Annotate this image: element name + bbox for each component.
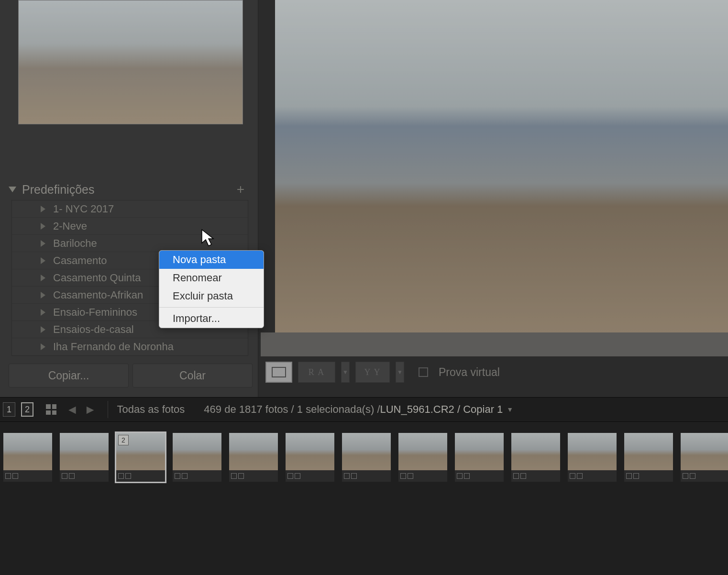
preset-folder[interactable]: 1- NYC 2017 xyxy=(12,200,248,218)
filmstrip-thumb[interactable] xyxy=(566,431,618,483)
copy-button[interactable]: Copiar... xyxy=(9,364,129,387)
filmstrip-thumb[interactable] xyxy=(2,431,54,483)
source-label[interactable]: Todas as fotos xyxy=(117,403,185,416)
display-1-label: 1 xyxy=(7,405,11,415)
menu-label: Excluir pasta xyxy=(173,290,233,302)
expand-icon[interactable] xyxy=(41,240,45,247)
filmstrip-thumb-selected[interactable]: 2 xyxy=(115,431,166,483)
preset-label: Bariloche xyxy=(53,237,97,250)
filmstrip-thumb[interactable] xyxy=(397,431,449,483)
expand-icon[interactable] xyxy=(41,326,45,333)
preset-label: 1- NYC 2017 xyxy=(53,203,114,215)
filmstrip-thumb[interactable] xyxy=(679,431,728,483)
expand-icon[interactable] xyxy=(41,223,45,230)
left-panel: Predefinições + 1- NYC 2017 2-Neve Baril… xyxy=(0,0,258,397)
expand-icon[interactable] xyxy=(41,343,45,350)
filmstrip-thumb[interactable] xyxy=(453,431,505,483)
preset-folder[interactable]: 2-Neve xyxy=(12,218,248,235)
canvas-background xyxy=(261,332,728,356)
separator xyxy=(108,401,108,418)
compare-before-after-button[interactable]: R A xyxy=(298,362,335,383)
collapse-triangle-icon[interactable] xyxy=(9,187,16,192)
filmstrip-thumb[interactable] xyxy=(341,431,392,483)
compare-yy-dropdown[interactable]: ▼ xyxy=(396,362,404,383)
presets-panel-header[interactable]: Predefinições + xyxy=(9,182,249,197)
preset-label: Ensaios-de-casal xyxy=(53,323,134,336)
expand-icon[interactable] xyxy=(41,309,45,316)
menu-rename[interactable]: Renomear xyxy=(159,269,264,287)
preset-label: Casamento Quinta xyxy=(53,272,141,284)
paste-button[interactable]: Colar xyxy=(132,364,253,387)
count-text: 469 de 1817 fotos / 1 selecionada(s) / xyxy=(204,403,380,416)
context-menu: Nova pasta Renomear Excluir pasta Import… xyxy=(159,250,264,328)
file-dropdown-icon[interactable]: ▼ xyxy=(507,406,513,413)
menu-label: Nova pasta xyxy=(173,254,226,265)
filmstrip-thumb[interactable] xyxy=(58,431,110,483)
nav-back-icon[interactable]: ◄ xyxy=(66,402,78,417)
menu-label: Renomear xyxy=(173,272,222,284)
filmstrip-thumb[interactable] xyxy=(171,431,223,483)
preset-label: Ensaio-Femininos xyxy=(53,306,137,319)
preset-label: Casamento-Afrikan xyxy=(53,289,143,301)
main-photo-view[interactable] xyxy=(275,0,728,332)
menu-delete-folder[interactable]: Excluir pasta xyxy=(159,287,264,305)
expand-icon[interactable] xyxy=(41,206,45,212)
grid-view-icon[interactable] xyxy=(46,404,56,415)
menu-import[interactable]: Importar... xyxy=(159,310,264,328)
expand-icon[interactable] xyxy=(41,292,45,299)
soft-proof-label: Prova virtual xyxy=(439,366,500,379)
copy-count-badge: 2 xyxy=(118,435,129,445)
menu-label: Importar... xyxy=(173,312,220,324)
display-2-label: 2 xyxy=(25,405,30,415)
filmstrip-thumb[interactable] xyxy=(623,431,674,483)
loupe-icon xyxy=(272,367,286,377)
navigator-preview[interactable] xyxy=(18,0,243,124)
compare-ra-label: R A xyxy=(309,367,325,377)
secondary-display-2[interactable]: 2 xyxy=(21,402,33,417)
view-toolbar: R A ▼ Y Y ▼ Prova virtual xyxy=(265,362,500,383)
current-file-text[interactable]: LUN_5961.CR2 / Copiar 1 xyxy=(380,403,503,416)
filmstrip-thumb[interactable] xyxy=(510,431,562,483)
menu-new-folder[interactable]: Nova pasta xyxy=(159,251,264,269)
compare-yy-button[interactable]: Y Y xyxy=(355,362,390,383)
filmstrip-thumb[interactable] xyxy=(228,431,279,483)
loupe-view-button[interactable] xyxy=(265,362,292,383)
bottom-button-row: Copiar... Colar xyxy=(9,364,253,387)
preset-folder[interactable]: Iha Fernando de Noronha xyxy=(12,338,248,355)
preset-label: Casamento xyxy=(53,254,107,267)
presets-title: Predefinições xyxy=(22,183,94,197)
preset-label: 2-Neve xyxy=(53,220,87,232)
expand-icon[interactable] xyxy=(41,257,45,264)
preset-folder[interactable]: Bariloche xyxy=(12,235,248,252)
preset-label: Iha Fernando de Noronha xyxy=(53,341,174,353)
soft-proof-checkbox[interactable] xyxy=(419,367,428,377)
menu-separator xyxy=(159,307,264,308)
filmstrip[interactable]: 2 xyxy=(0,422,728,575)
paste-label: Colar xyxy=(179,369,206,382)
secondary-display-1[interactable]: 1 xyxy=(3,402,15,417)
copy-label: Copiar... xyxy=(48,369,89,382)
nav-forward-icon[interactable]: ► xyxy=(84,402,97,417)
filmstrip-info-bar: 1 2 ◄ ► Todas as fotos 469 de 1817 fotos… xyxy=(0,397,728,422)
filmstrip-thumb[interactable] xyxy=(284,431,336,483)
add-preset-icon[interactable]: + xyxy=(237,182,244,197)
compare-yy-label: Y Y xyxy=(364,367,381,377)
compare-dropdown[interactable]: ▼ xyxy=(341,362,350,383)
expand-icon[interactable] xyxy=(41,275,45,281)
